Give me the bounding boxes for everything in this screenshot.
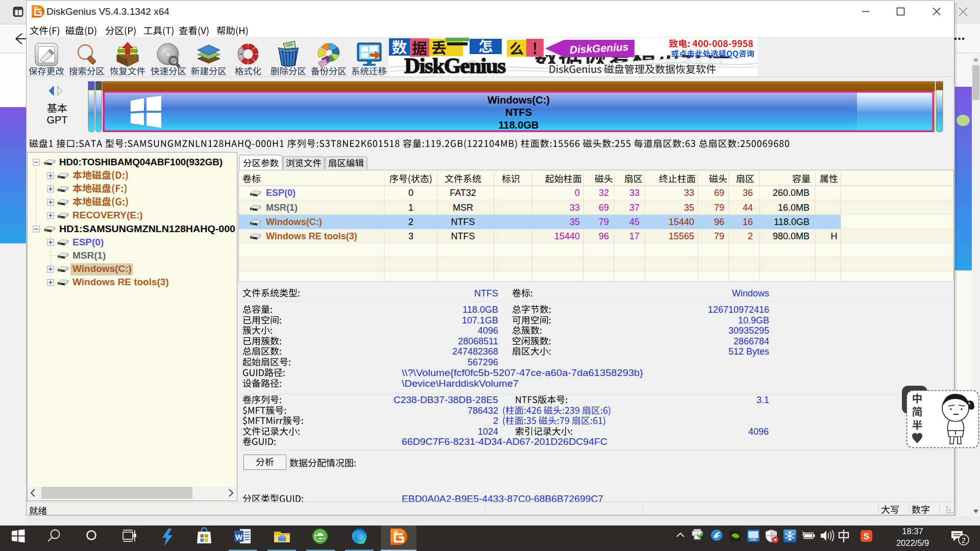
svg-text:RECOVERY(E:): RECOVERY(E:) [72,210,143,220]
svg-text:Windows RE tools(3): Windows RE tools(3) [266,231,357,241]
svg-text:Windows(C:): Windows(C:) [487,94,550,106]
svg-text:66D9C7F6-8231-4D34-AD67-201D26: 66D9C7F6-8231-4D34-AD67-201D26DC94FC [402,437,607,447]
svg-text:44: 44 [743,203,753,213]
svg-text:33: 33 [629,188,640,198]
svg-text:37: 37 [629,203,640,213]
svg-text:15440: 15440 [669,217,694,227]
svg-text:69: 69 [714,188,724,198]
svg-text:15440: 15440 [554,231,580,241]
svg-text:HD0:TOSHIBAMQ04ABF100(932GB): HD0:TOSHIBAMQ04ABF100(932GB) [59,157,223,167]
svg-text:NTFS: NTFS [451,231,475,241]
svg-text:Windows(C:): Windows(C:) [266,217,322,227]
svg-text:1: 1 [408,203,413,213]
svg-text:35: 35 [570,217,580,227]
svg-text:567296: 567296 [468,357,498,367]
svg-text:GPT: GPT [46,114,67,126]
svg-text:79: 79 [714,231,724,241]
svg-text:4096: 4096 [748,427,769,437]
svg-text:Windows(C:): Windows(C:) [72,263,132,274]
svg-text:36: 36 [743,188,753,198]
svg-text:45: 45 [629,217,640,227]
svg-text:0: 0 [408,188,413,198]
svg-text:247482368: 247482368 [452,346,498,357]
svg-text:96: 96 [599,231,609,241]
svg-text:2: 2 [408,217,413,227]
svg-text:28068511: 28068511 [458,336,498,346]
svg-text:2022/5/9: 2022/5/9 [896,538,929,547]
svg-text:786432: 786432 [468,406,498,416]
svg-text:Windows: Windows [732,288,769,298]
svg-text:16: 16 [743,217,753,227]
svg-text:107.1GB: 107.1GB [462,315,498,325]
svg-text:33: 33 [684,188,694,198]
svg-text:10.9GB: 10.9GB [738,315,769,325]
svg-text:118.0GB: 118.0GB [774,217,810,227]
svg-text:79: 79 [714,203,724,213]
svg-text:ESP(0): ESP(0) [266,188,296,198]
svg-text:260.0MB: 260.0MB [773,188,810,198]
svg-text:ESP(0): ESP(0) [72,237,104,247]
svg-text:NTFS: NTFS [505,107,532,118]
svg-text:30935295: 30935295 [728,325,769,336]
svg-text:\\?\Volume{fcf0fc5b-5207-47ce-: \\?\Volume{fcf0fc5b-5207-47ce-a60a-7da61… [402,368,643,378]
svg-text:980.0MB: 980.0MB [773,231,810,241]
svg-text:H: H [831,231,838,241]
svg-text:18:37: 18:37 [902,527,923,536]
svg-text:79: 79 [599,217,609,227]
svg-text:32: 32 [599,188,609,198]
svg-text:512 Bytes: 512 Bytes [728,346,769,357]
svg-text:S: S [864,532,869,541]
svg-text:FAT32: FAT32 [450,188,476,198]
svg-text:15565: 15565 [669,231,694,241]
svg-text:126710972416: 126710972416 [708,305,769,315]
svg-text:118.0GB: 118.0GB [499,119,539,131]
svg-text:3.1: 3.1 [756,395,769,405]
svg-text:16.0MB: 16.0MB [778,203,810,213]
svg-text:intel: intel [750,538,757,541]
svg-text:2866784: 2866784 [733,336,769,346]
svg-text:69: 69 [599,203,609,213]
svg-text:118.0GB: 118.0GB [462,305,498,315]
svg-text:17: 17 [629,231,640,241]
svg-text:0: 0 [575,188,580,198]
svg-text:NTFS: NTFS [451,217,475,227]
svg-text:MSR: MSR [453,203,473,213]
svg-text:2: 2 [493,416,498,426]
svg-text:35: 35 [684,203,694,213]
svg-text:C238-DB37-38DB-28E5: C238-DB37-38DB-28E5 [394,395,498,405]
svg-text:Windows RE tools(3): Windows RE tools(3) [72,277,169,287]
svg-text:4096: 4096 [478,325,498,336]
svg-text:MSR(1): MSR(1) [266,203,298,213]
svg-text:3: 3 [408,231,413,241]
svg-text:2: 2 [748,231,753,241]
svg-text:96: 96 [714,217,724,227]
svg-text:1024: 1024 [478,427,498,437]
svg-text:HD1:SAMSUNGMZNLN128HAHQ-000: HD1:SAMSUNGMZNLN128HAHQ-000 [59,223,235,234]
svg-text:33: 33 [570,203,580,213]
svg-text:DiskGenius: DiskGenius [404,54,505,78]
svg-text:NTFS: NTFS [474,288,498,298]
svg-text:DiskGenius V5.4.3.1342 x64: DiskGenius V5.4.3.1342 x64 [46,6,169,17]
svg-text:W: W [235,533,243,541]
svg-text:2: 2 [962,536,966,544]
svg-text:MSR(1): MSR(1) [72,250,106,261]
svg-text:\Device\HarddiskVolume7: \Device\HarddiskVolume7 [402,379,519,389]
